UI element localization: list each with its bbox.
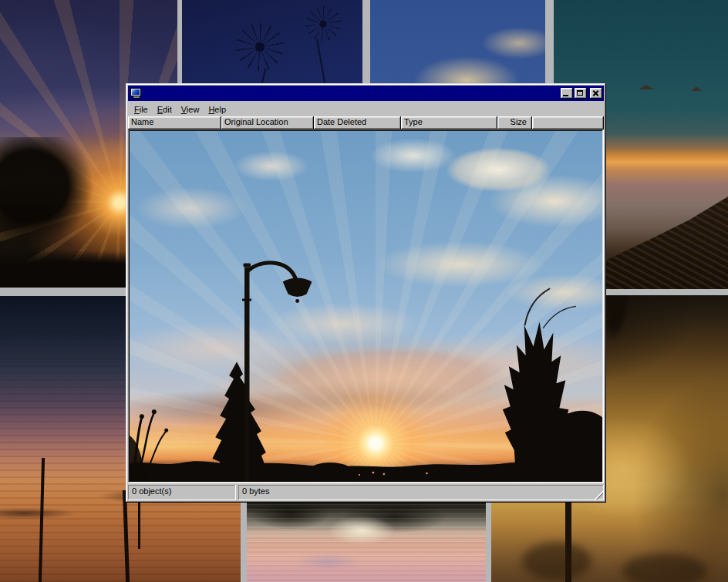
column-header-filler: [532, 116, 604, 130]
pole-silhouette: [39, 458, 45, 582]
desktop: { "desktop": { "wallpaper": { "descripti…: [0, 0, 728, 582]
tree-wisp-silhouette: [543, 307, 575, 328]
pole-silhouette: [138, 498, 140, 549]
column-header-row: Name Original Location Date Deleted Type…: [128, 116, 604, 130]
column-header-size[interactable]: Size: [497, 116, 532, 130]
building-silhouette: [399, 469, 413, 476]
bush-silhouette: [307, 463, 353, 482]
lamp-pole-bracket: [242, 299, 251, 301]
resize-grip-icon[interactable]: [594, 490, 603, 500]
menu-view[interactable]: View: [177, 103, 204, 116]
menu-file[interactable]: File: [130, 103, 153, 116]
sunset-photo-silhouettes: [130, 131, 602, 482]
close-button[interactable]: [590, 88, 602, 99]
maximize-button[interactable]: [575, 88, 587, 99]
islet-silhouette: [639, 85, 654, 89]
menu-edit[interactable]: Edit: [153, 103, 177, 116]
status-size-label: 0 bytes: [242, 486, 269, 496]
column-header-name[interactable]: Name: [128, 116, 221, 130]
building-silhouette: [356, 468, 367, 474]
building-silhouette: [439, 469, 448, 476]
close-icon: [592, 90, 599, 96]
cypress-tree-silhouette: [212, 362, 269, 482]
recycle-bin-window: File Edit View Help Name Original Locati…: [126, 83, 606, 503]
lamp-pole-finial: [244, 264, 251, 267]
flower-umbel-silhouette: [305, 6, 341, 42]
pole-silhouette: [123, 490, 130, 582]
lamp-lantern: [283, 278, 312, 297]
window-titlebar[interactable]: [128, 86, 604, 101]
column-header-original-location[interactable]: Original Location: [221, 116, 314, 130]
minimize-icon: [563, 95, 568, 96]
bokeh-shadow: [622, 553, 707, 582]
computer-monitor-icon: [130, 88, 142, 99]
tree-wisp-silhouette: [525, 289, 550, 325]
status-bar: 0 object(s) 0 bytes: [128, 483, 604, 500]
lamp-lantern-tip: [295, 299, 299, 303]
maximize-icon: [577, 90, 583, 96]
islet-silhouette: [691, 86, 702, 91]
column-header-date-deleted[interactable]: Date Deleted: [314, 116, 401, 130]
status-size: 0 bytes: [238, 485, 604, 500]
file-list-area[interactable]: [128, 130, 604, 483]
column-header-type[interactable]: Type: [401, 116, 497, 130]
menu-bar: File Edit View Help: [128, 101, 604, 116]
menu-help[interactable]: Help: [204, 103, 231, 116]
sunset-lamppost-photo: [130, 131, 602, 482]
status-object-count: 0 object(s): [128, 485, 236, 500]
grass-leaf-dots: [140, 409, 168, 432]
minimize-button[interactable]: [561, 88, 573, 99]
flower-umbel-silhouette: [236, 23, 284, 71]
bokeh-shadow: [522, 542, 592, 580]
